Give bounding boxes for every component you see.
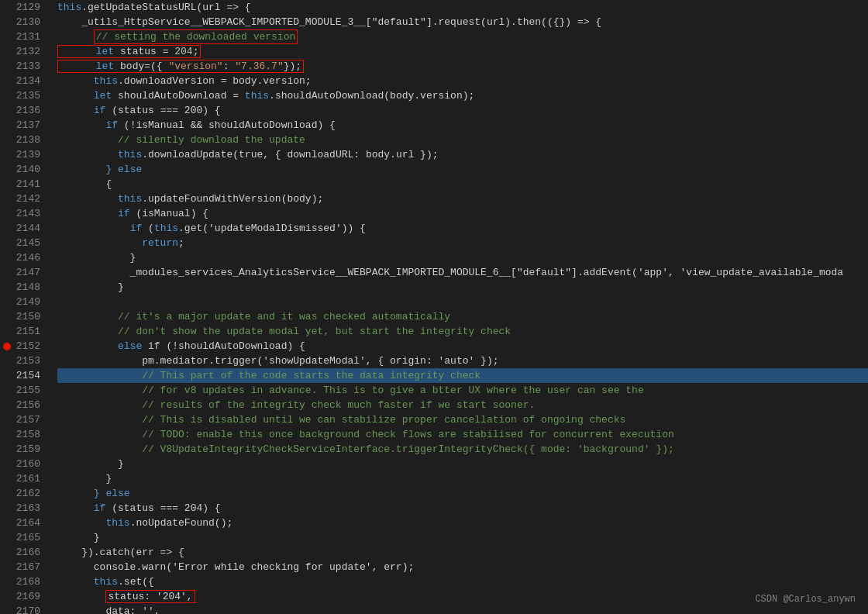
- line-number-2157: 2157: [14, 412, 46, 427]
- token: .get('updateModalDismissed')) {: [178, 222, 366, 234]
- line-number-2132: 2132: [14, 44, 46, 59]
- code-line-2169: status: '204',: [57, 589, 868, 604]
- line-number-2158: 2158: [14, 427, 46, 442]
- token: [57, 385, 142, 396]
- token: }: [57, 281, 124, 293]
- code-line-2161: }: [57, 471, 868, 486]
- token: [57, 164, 105, 175]
- token: // for v8 updates in advance. This is to…: [142, 385, 644, 396]
- token: _modules_services_AnalyticsService__WEBP…: [57, 267, 843, 278]
- token: // don't show the update modal yet, but …: [118, 326, 511, 337]
- token: [57, 429, 142, 440]
- code-line-2170: data: '',: [57, 604, 868, 614]
- code-line-2142: this.updateFoundWithVersion(body);: [57, 191, 868, 206]
- code-line-2152: else if (!shouldAutoDownload) {: [57, 339, 868, 354]
- token: return: [142, 237, 178, 249]
- line-number-2142: 2142: [14, 191, 46, 206]
- breakpoint-2143: [0, 206, 14, 221]
- token: .updateFoundWithVersion(body);: [142, 193, 323, 205]
- line-number-2165: 2165: [14, 530, 46, 545]
- code-line-2135: let shouldAutoDownload = this.shouldAuto…: [57, 88, 868, 103]
- line-number-2161: 2161: [14, 471, 46, 486]
- breakpoint-2138: [0, 133, 14, 147]
- code-line-2153: pm.mediator.trigger('showUpdateModal', {…: [57, 354, 868, 368]
- line-number-2164: 2164: [14, 516, 46, 530]
- token: }: [57, 252, 136, 264]
- line-number-2138: 2138: [14, 133, 46, 147]
- token: [57, 311, 118, 323]
- line-number-2154: 2154: [14, 368, 46, 383]
- line-number-2143: 2143: [14, 206, 46, 221]
- token: [57, 193, 118, 205]
- line-number-2156: 2156: [14, 398, 46, 412]
- token: .shouldAutoDownload(body.version);: [269, 90, 474, 102]
- token: // results of the integrity check much f…: [142, 399, 535, 411]
- line-number-2166: 2166: [14, 545, 46, 560]
- token: (: [148, 222, 154, 234]
- token: [57, 208, 118, 219]
- line-number-2148: 2148: [14, 280, 46, 295]
- token: [57, 576, 94, 588]
- breakpoint-2142: [0, 191, 14, 206]
- token: .downloadVersion = body.version;: [118, 75, 312, 87]
- token: }: [57, 458, 124, 470]
- token: this: [57, 2, 81, 13]
- token: [57, 443, 142, 455]
- breakpoint-2168: [0, 574, 14, 589]
- token: // This is disabled until we can stabili…: [142, 414, 625, 426]
- breakpoint-2145: [0, 236, 14, 250]
- token: shouldAutoDownload =: [118, 90, 245, 102]
- breakpoint-2141: [0, 177, 14, 191]
- red-box-status: let body=({ "version": "7.36.7"});: [57, 60, 304, 73]
- line-number-2134: 2134: [14, 74, 46, 88]
- token: .set({: [118, 576, 154, 588]
- line-number-2169: 2169: [14, 589, 46, 604]
- token: // silently download the update: [118, 134, 305, 146]
- token: this: [118, 193, 142, 205]
- code-line-2159: // V8UpdateIntegrityCheckServiceInterfac…: [57, 442, 868, 457]
- line-number-2168: 2168: [14, 574, 46, 589]
- line-number-2145: 2145: [14, 236, 46, 250]
- code-line-2130: _utils_HttpService__WEBPACK_IMPORTED_MOD…: [57, 15, 868, 29]
- token: [57, 502, 94, 514]
- code-line-2133: let body=({ "version": "7.36.7"});: [57, 59, 868, 74]
- code-line-2162: } else: [57, 486, 868, 501]
- token: .noUpdateFound();: [130, 517, 233, 529]
- token: .getUpdateStatusURL(url => {: [81, 2, 250, 13]
- line-number-2152: 2152: [14, 339, 46, 354]
- code-line-2155: // for v8 updates in advance. This is to…: [57, 383, 868, 398]
- line-number-2131: 2131: [14, 29, 46, 44]
- token: if: [94, 105, 112, 116]
- code-line-2137: if (!isManual && shouldAutoDownload) {: [57, 118, 868, 133]
- code-line-2165: }: [57, 530, 868, 545]
- line-number-2151: 2151: [14, 324, 46, 339]
- line-number-2144: 2144: [14, 221, 46, 236]
- token: [57, 105, 94, 116]
- line-number-2141: 2141: [14, 177, 46, 191]
- code-line-2164: this.noUpdateFound();: [57, 516, 868, 530]
- token: [57, 75, 94, 87]
- breakpoint-2151: [0, 324, 14, 339]
- line-number-2135: 2135: [14, 88, 46, 103]
- code-line-2146: }: [57, 250, 868, 265]
- token: else: [118, 340, 148, 352]
- token: _utils_HttpService__WEBPACK_IMPORTED_MOD…: [57, 16, 601, 28]
- code-line-2134: this.downloadVersion = body.version;: [57, 74, 868, 88]
- breakpoint-2164: [0, 516, 14, 530]
- code-line-2154: // This part of the code starts the data…: [57, 368, 868, 383]
- code-line-2151: // don't show the update modal yet, but …: [57, 324, 868, 339]
- breakpoint-2155: [0, 383, 14, 398]
- token: this: [118, 149, 142, 160]
- code-content: this.getUpdateStatusURL(url => { _utils_…: [54, 0, 868, 614]
- code-line-2139: this.downloadUpdate(true, { downloadURL:…: [57, 147, 868, 162]
- token: [57, 149, 118, 160]
- token: [57, 222, 130, 234]
- token: } else: [105, 164, 142, 175]
- code-line-2160: }: [57, 457, 868, 471]
- line-number-2150: 2150: [14, 309, 46, 324]
- breakpoint-2144: [0, 221, 14, 236]
- token: [57, 119, 105, 131]
- code-line-2157: // This is disabled until we can stabili…: [57, 412, 868, 427]
- breakpoint-column: [0, 0, 14, 614]
- code-line-2163: if (status === 204) {: [57, 501, 868, 516]
